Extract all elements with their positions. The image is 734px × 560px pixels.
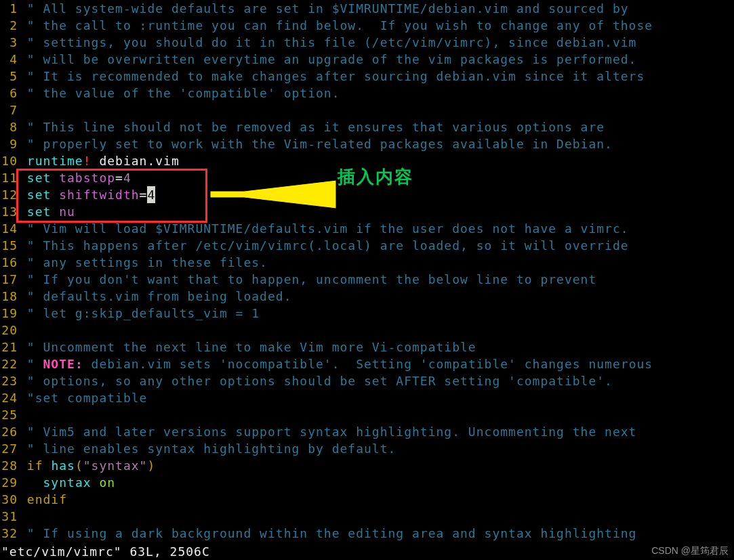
line-number: 21 xyxy=(0,339,19,356)
line-number: 23 xyxy=(0,372,19,389)
code-line: " Vim will load $VIMRUNTIME/defaults.vim… xyxy=(27,221,629,236)
line-number: 19 xyxy=(0,305,19,322)
code-line: " If using a dark background within the … xyxy=(27,526,637,540)
line-number: 2 xyxy=(0,17,19,34)
code-line: set tabstop=4 xyxy=(19,169,734,186)
line-number: 30 xyxy=(0,491,19,508)
line-number: 13 xyxy=(0,203,19,220)
watermark: CSDN @星筠君辰 xyxy=(651,545,729,557)
code-line: " will be overwritten everytime an upgra… xyxy=(27,52,637,66)
code-line: " Uncomment the next line to make Vim mo… xyxy=(27,340,476,354)
vim-status-line: "etc/vim/vimrc" 63L, 2506C xyxy=(0,543,734,560)
code-line: " options, so any other options should b… xyxy=(27,374,613,388)
line-number: 27 xyxy=(0,440,19,457)
line-number: 22 xyxy=(0,356,19,372)
line-number: 9 xyxy=(0,135,19,152)
line-number: 1 xyxy=(0,0,19,17)
line-number: 15 xyxy=(0,237,19,254)
line-number: 14 xyxy=(0,220,19,237)
line-number: 18 xyxy=(0,288,19,305)
code-line xyxy=(19,102,734,119)
line-number: 6 xyxy=(0,85,19,102)
code-line: set shiftwidth=4 xyxy=(19,186,734,203)
code-line: " All system-wide defaults are set in $V… xyxy=(27,1,629,16)
code-line: set nu xyxy=(19,203,734,220)
line-number: 32 xyxy=(0,525,19,542)
line-number: 4 xyxy=(0,51,19,68)
code-line: " This happens after /etc/vim/vimrc(.loc… xyxy=(27,238,629,253)
line-number: 26 xyxy=(0,423,19,440)
line-number: 3 xyxy=(0,34,19,51)
line-number: 31 xyxy=(0,508,19,525)
line-number: 20 xyxy=(0,322,19,339)
code-line: " NOTE: debian.vim sets 'nocompatible'. … xyxy=(19,356,734,372)
line-number: 17 xyxy=(0,271,19,288)
code-line: " the call to :runtime you can find belo… xyxy=(27,18,653,33)
line-number: 8 xyxy=(0,119,19,135)
code-line: runtime! debian.vim xyxy=(19,152,734,169)
code-pane[interactable]: " All system-wide defaults are set in $V… xyxy=(19,0,734,542)
line-number: 24 xyxy=(0,389,19,406)
code-line xyxy=(19,322,734,339)
line-number: 16 xyxy=(0,254,19,271)
line-number: 11 xyxy=(0,169,19,186)
line-number: 5 xyxy=(0,68,19,85)
line-number: 25 xyxy=(0,406,19,423)
line-number: 7 xyxy=(0,102,19,119)
line-number: 29 xyxy=(0,474,19,491)
line-number: 28 xyxy=(0,457,19,474)
code-line xyxy=(19,508,734,525)
line-number: 10 xyxy=(0,152,19,169)
code-line: if has("syntax") xyxy=(19,457,734,474)
vim-editor[interactable]: 1 2 3 4 5 6 7 8 9 10 11 12 13 14 15 16 1… xyxy=(0,0,734,542)
line-number-gutter: 1 2 3 4 5 6 7 8 9 10 11 12 13 14 15 16 1… xyxy=(0,0,19,542)
code-line: " let g:skip_defaults_vim = 1 xyxy=(27,306,260,320)
code-line xyxy=(19,406,734,423)
code-line: syntax on xyxy=(19,474,734,491)
code-line: " Vim5 and later versions support syntax… xyxy=(27,425,637,439)
code-line: " the value of the 'compatible' option. xyxy=(27,86,340,100)
code-line: " defaults.vim from being loaded. xyxy=(27,289,292,303)
code-line: " line enables syntax highlighting by de… xyxy=(27,441,396,456)
code-line: endif xyxy=(19,491,734,508)
cursor: 4 xyxy=(147,186,155,203)
code-line: " This line should not be removed as it … xyxy=(27,120,605,134)
code-line: " properly set to work with the Vim-rela… xyxy=(27,137,613,151)
line-number: 12 xyxy=(0,186,19,203)
code-line: " It is recommended to make changes afte… xyxy=(27,69,645,83)
code-line: "set compatible xyxy=(27,391,148,405)
code-line: " any settings in these files. xyxy=(27,255,268,270)
code-line: " settings, you should do it in this fil… xyxy=(27,35,637,49)
code-line: " If you don't want that to happen, unco… xyxy=(27,272,596,286)
